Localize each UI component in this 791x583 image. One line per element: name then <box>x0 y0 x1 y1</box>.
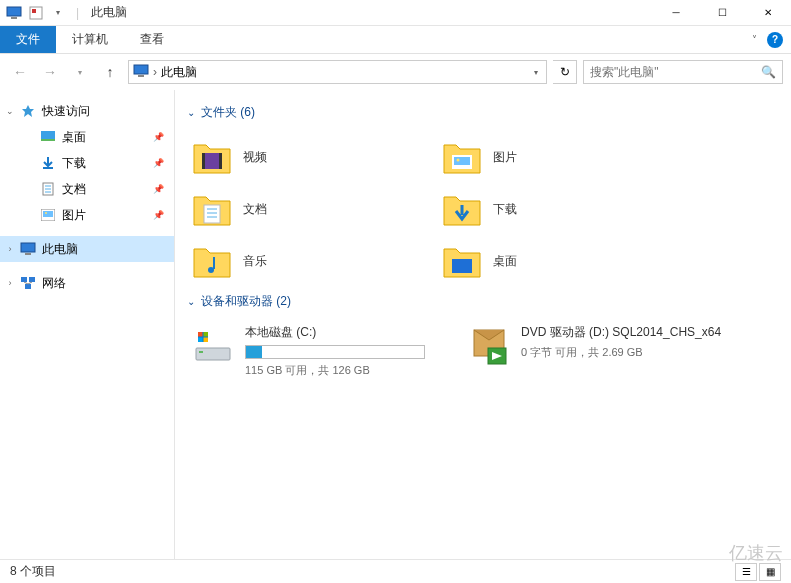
section-title: 文件夹 (6) <box>201 104 255 121</box>
forward-button[interactable]: → <box>38 60 62 84</box>
quick-access-toolbar: ▾ <box>0 3 72 23</box>
pin-icon: 📌 <box>153 158 164 168</box>
disk-icon <box>191 324 235 368</box>
drive-title: DVD 驱动器 (D:) SQL2014_CHS_x64 <box>521 324 721 341</box>
folder-label: 桌面 <box>493 253 517 270</box>
pin-icon: 📌 <box>153 132 164 142</box>
address-bar[interactable]: › 此电脑 ▾ <box>128 60 547 84</box>
svg-rect-4 <box>134 65 148 74</box>
sidebar-item-label: 下载 <box>62 155 86 172</box>
svg-rect-42 <box>204 338 209 343</box>
svg-rect-8 <box>41 139 55 141</box>
sidebar-quick-access[interactable]: ⌄ 快速访问 <box>0 98 174 124</box>
status-bar: 8 个项目 ☰ ▦ <box>0 559 791 583</box>
sidebar-item-label: 快速访问 <box>42 103 90 120</box>
svg-rect-3 <box>32 9 36 13</box>
svg-rect-28 <box>454 157 470 165</box>
maximize-button[interactable]: ☐ <box>699 0 745 26</box>
svg-rect-19 <box>21 277 27 282</box>
svg-line-22 <box>24 282 28 284</box>
pictures-icon <box>441 136 483 178</box>
svg-rect-9 <box>43 167 53 169</box>
help-icon[interactable]: ? <box>767 32 783 48</box>
folder-downloads[interactable]: 下载 <box>437 183 687 235</box>
search-input[interactable] <box>590 65 761 79</box>
search-icon: 🔍 <box>761 65 776 79</box>
chevron-right-icon[interactable]: › <box>4 244 16 254</box>
status-item-count: 8 个项目 <box>10 563 56 580</box>
svg-rect-25 <box>202 153 205 169</box>
sidebar-item-pictures[interactable]: 图片 📌 <box>0 202 174 228</box>
svg-rect-26 <box>219 153 222 169</box>
address-location: 此电脑 <box>161 64 526 81</box>
sidebar-item-documents[interactable]: 文档 📌 <box>0 176 174 202</box>
icons-view-button[interactable]: ▦ <box>759 563 781 581</box>
sidebar-item-downloads[interactable]: 下载 📌 <box>0 150 174 176</box>
refresh-button[interactable]: ↻ <box>553 60 577 84</box>
pc-icon <box>20 241 36 257</box>
body: ⌄ 快速访问 桌面 📌 下载 📌 文档 📌 <box>0 90 791 559</box>
folder-label: 图片 <box>493 149 517 166</box>
folder-videos[interactable]: 视频 <box>187 131 437 183</box>
svg-rect-30 <box>204 205 220 223</box>
documents-icon <box>40 181 56 197</box>
sidebar-item-desktop[interactable]: 桌面 📌 <box>0 124 174 150</box>
drives-grid: 本地磁盘 (C:) 115 GB 可用，共 126 GB DVD 驱动器 (D:… <box>187 320 779 382</box>
recent-dropdown-icon[interactable]: ▾ <box>68 60 92 84</box>
close-button[interactable]: ✕ <box>745 0 791 26</box>
details-view-button[interactable]: ☰ <box>735 563 757 581</box>
drive-usage-bar <box>245 345 425 359</box>
svg-point-29 <box>457 159 460 162</box>
svg-point-34 <box>208 267 214 273</box>
minimize-button[interactable]: ─ <box>653 0 699 26</box>
svg-rect-15 <box>43 211 53 217</box>
sidebar-item-label: 桌面 <box>62 129 86 146</box>
sidebar-network[interactable]: › 网络 <box>0 270 174 296</box>
view-toggle: ☰ ▦ <box>735 563 781 581</box>
drive-subtitle: 0 字节 可用，共 2.69 GB <box>521 345 721 360</box>
pc-icon <box>133 64 149 80</box>
drive-c[interactable]: 本地磁盘 (C:) 115 GB 可用，共 126 GB <box>187 320 457 382</box>
pictures-icon <box>40 207 56 223</box>
window-title: 此电脑 <box>91 4 127 21</box>
svg-marker-6 <box>22 105 34 117</box>
sidebar-item-label: 图片 <box>62 207 86 224</box>
navigation-bar: ← → ▾ ↑ › 此电脑 ▾ ↻ 🔍 <box>0 54 791 90</box>
back-button[interactable]: ← <box>8 60 32 84</box>
window-controls: ─ ☐ ✕ <box>653 0 791 26</box>
chevron-right-icon[interactable]: › <box>4 278 16 288</box>
folder-music[interactable]: 音乐 <box>187 235 437 287</box>
chevron-down-icon: ⌄ <box>187 296 195 307</box>
dvd-icon <box>467 324 511 368</box>
tab-view[interactable]: 查看 <box>124 26 180 53</box>
search-box[interactable]: 🔍 <box>583 60 783 84</box>
tab-file[interactable]: 文件 <box>0 26 56 53</box>
folder-label: 视频 <box>243 149 267 166</box>
pc-icon <box>4 3 24 23</box>
section-drives-header[interactable]: ⌄ 设备和驱动器 (2) <box>187 293 779 310</box>
address-dropdown-icon[interactable]: ▾ <box>530 68 542 77</box>
sidebar-item-label: 文档 <box>62 181 86 198</box>
folder-documents[interactable]: 文档 <box>187 183 437 235</box>
tab-computer[interactable]: 计算机 <box>56 26 124 53</box>
up-button[interactable]: ↑ <box>98 60 122 84</box>
pin-icon: 📌 <box>153 210 164 220</box>
drive-d[interactable]: DVD 驱动器 (D:) SQL2014_CHS_x64 0 字节 可用，共 2… <box>463 320 733 382</box>
svg-rect-17 <box>21 243 35 252</box>
network-icon <box>20 275 36 291</box>
folder-desktop[interactable]: 桌面 <box>437 235 687 287</box>
sidebar-item-label: 网络 <box>42 275 66 292</box>
section-title: 设备和驱动器 (2) <box>201 293 291 310</box>
svg-rect-0 <box>7 7 21 16</box>
address-chevron: › <box>153 65 157 79</box>
folder-pictures[interactable]: 图片 <box>437 131 687 183</box>
svg-rect-36 <box>196 348 230 360</box>
section-folders-header[interactable]: ⌄ 文件夹 (6) <box>187 104 779 121</box>
properties-icon[interactable] <box>26 3 46 23</box>
chevron-down-icon[interactable]: ⌄ <box>4 106 16 116</box>
ribbon-expand-icon[interactable]: ˅ <box>752 34 757 45</box>
qat-dropdown-icon[interactable]: ▾ <box>48 3 68 23</box>
svg-point-16 <box>45 212 47 214</box>
title-separator: | <box>76 6 79 20</box>
sidebar-this-pc[interactable]: › 此电脑 <box>0 236 174 262</box>
